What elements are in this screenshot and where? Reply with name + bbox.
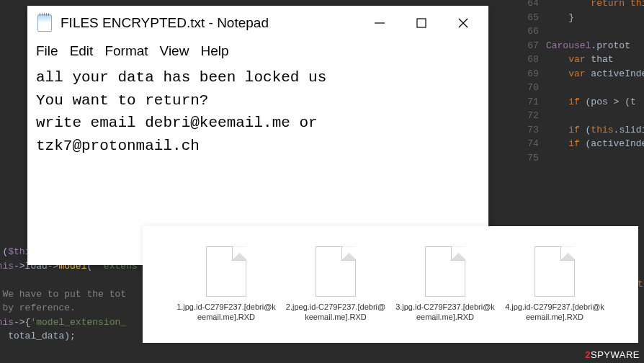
file-name: 2.jpeg.id-C279F237.[debri@keemail.me].RX… [285,302,386,323]
file-icon [206,246,246,297]
file-icon [316,246,356,297]
menu-format[interactable]: Format [104,43,148,59]
file-name: 1.jpg.id-C279F237.[debri@keemail.me].RXD [176,302,277,323]
file-item[interactable]: 1.jpg.id-C279F237.[debri@keemail.me].RXD [176,246,277,323]
menu-file[interactable]: File [36,43,58,59]
menubar: File Edit Format View Help [27,40,488,65]
svg-rect-1 [417,19,426,27]
menu-help[interactable]: Help [200,43,228,59]
window-title: FILES ENCRYPTED.txt - Notepad [61,15,369,31]
file-item[interactable]: 4.jpg.id-C279F237.[debri@keemail.me].RXD [504,246,605,323]
menu-view[interactable]: View [160,43,189,59]
file-item[interactable]: 3.jpg.id-C279F237.[debri@keemail.me].RXD [395,246,496,323]
file-item[interactable]: 2.jpeg.id-C279F237.[debri@keemail.me].RX… [285,246,386,323]
titlebar[interactable]: FILES ENCRYPTED.txt - Notepad [27,6,488,40]
maximize-button[interactable] [411,12,432,34]
file-name: 3.jpg.id-C279F237.[debri@keemail.me].RXD [395,302,496,323]
file-icon [425,246,465,297]
files-panel: 1.jpg.id-C279F237.[debri@keemail.me].RXD… [143,226,638,343]
notepad-icon [37,14,52,32]
menu-edit[interactable]: Edit [70,43,94,59]
minimize-button[interactable] [369,12,390,34]
file-icon [535,246,575,297]
file-name: 4.jpg.id-C279F237.[debri@keemail.me].RXD [504,302,605,323]
close-button[interactable] [452,12,474,34]
watermark: 2SPYWARE [585,349,640,360]
watermark-text: SPYWARE [591,349,640,360]
